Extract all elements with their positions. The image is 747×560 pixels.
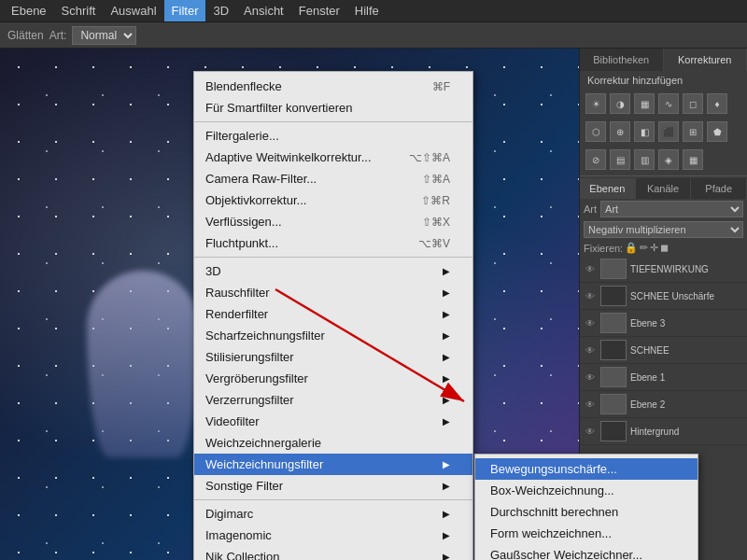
- fixieren-label: Fixieren:: [584, 243, 623, 254]
- menu-item-label-5: Objektivkorrektur...: [205, 193, 306, 207]
- channelmix-icon[interactable]: ⊞: [683, 121, 703, 142]
- menu-ansicht[interactable]: Ansicht: [236, 0, 291, 21]
- posterize-icon[interactable]: ▤: [610, 149, 630, 170]
- filter-menu-item-10[interactable]: Renderfilter▶: [194, 303, 472, 325]
- layer-item-1[interactable]: 👁SCHNEE Unschärfe: [580, 283, 747, 310]
- filter-menu-item-12[interactable]: Stilisierungsfilter▶: [194, 346, 472, 368]
- filter-menu-item-2[interactable]: Filtergalerie...: [194, 125, 472, 147]
- layer-item-5[interactable]: 👁Ebene 2: [580, 391, 747, 418]
- layer-thumb-0: [600, 259, 627, 279]
- menu-item-right-13: ▶: [443, 373, 450, 384]
- curves-icon[interactable]: ∿: [658, 93, 679, 114]
- art-label: Art:: [49, 29, 67, 42]
- layer-eye-4[interactable]: 👁: [584, 371, 597, 384]
- filter-menu-item-19[interactable]: Digimarc▶: [194, 503, 472, 525]
- filter-menu-item-9[interactable]: Rauschfilter▶: [194, 282, 472, 303]
- filter-menu-item-16[interactable]: Weichzeichnergalerie: [194, 432, 472, 454]
- tab-ebenen[interactable]: Ebenen: [580, 178, 636, 199]
- layer-eye-6[interactable]: 👁: [584, 425, 597, 438]
- filter-menu-item-1[interactable]: Für Smartfilter konvertieren: [194, 97, 472, 119]
- toolbar: Glätten Art: Normal: [0, 22, 747, 49]
- layer-filter-select[interactable]: Art: [600, 201, 743, 217]
- mode-select[interactable]: Normal: [72, 26, 136, 45]
- invert-icon[interactable]: ⊘: [585, 149, 606, 170]
- gradient-icon[interactable]: ▦: [683, 149, 703, 170]
- selectivecolor-icon[interactable]: ◈: [658, 149, 679, 170]
- photofilter-icon[interactable]: ⬛: [658, 121, 679, 142]
- layer-item-0[interactable]: 👁TIEFENWIRKUNG: [580, 256, 747, 283]
- layer-eye-0[interactable]: 👁: [584, 262, 597, 275]
- glaetten-label: Glätten: [7, 29, 44, 42]
- layer-eye-3[interactable]: 👁: [584, 343, 597, 357]
- menu-filter[interactable]: Filter: [164, 0, 206, 21]
- menu-ebene[interactable]: Ebene: [4, 0, 54, 21]
- layer-item-2[interactable]: 👁Ebene 3: [580, 310, 747, 337]
- menu-item-right-9: ▶: [443, 287, 450, 298]
- weich-submenu-item-0[interactable]: Bewegungsunschärfe...: [475, 458, 698, 480]
- tab-kanaele[interactable]: Kanäle: [636, 178, 692, 199]
- filter-menu-item-11[interactable]: Scharfzeichnungsfilter▶: [194, 325, 472, 346]
- blend-mode-select[interactable]: Negativ multiplizieren: [584, 221, 743, 238]
- filter-menu-item-20[interactable]: Imagenomic▶: [194, 525, 472, 546]
- menu-item-label-14: Verzerrungsfilter: [205, 393, 294, 407]
- layer-eye-1[interactable]: 👁: [584, 289, 597, 302]
- filter-menu-item-4[interactable]: Camera Raw-Filter...⇧⌘A: [194, 168, 472, 189]
- layer-eye-5[interactable]: 👁: [584, 398, 597, 411]
- filter-menu-item-17[interactable]: Weichzeichnungsfilter▶: [194, 454, 472, 475]
- brightness-icon[interactable]: ☀: [585, 93, 606, 114]
- allfix-icon[interactable]: ◼: [660, 242, 669, 254]
- filter-menu-item-15[interactable]: Videofilter▶: [194, 411, 472, 432]
- layer-thumb-6: [600, 421, 627, 441]
- brush-icon[interactable]: ✏: [640, 242, 648, 254]
- menu-schrift[interactable]: Schrift: [54, 0, 104, 21]
- menu-item-label-10: Renderfilter: [205, 307, 268, 321]
- layer-item-3[interactable]: 👁SCHNEE: [580, 337, 747, 364]
- menu-item-right-11: ▶: [443, 330, 450, 341]
- menu-item-label-9: Rauschfilter: [205, 286, 270, 300]
- filter-menu-item-3[interactable]: Adaptive Weitwinkelkorrektur...⌥⇧⌘A: [194, 147, 472, 168]
- filter-menu-item-7[interactable]: Fluchtpunkt...⌥⌘V: [194, 232, 472, 254]
- filter-menu-item-6[interactable]: Verflüssigen...⇧⌘X: [194, 211, 472, 232]
- contrast-icon[interactable]: ◑: [610, 93, 630, 114]
- menu-item-right-6: ⇧⌘X: [422, 216, 450, 229]
- layer-item-4[interactable]: 👁Ebene 1: [580, 364, 747, 391]
- menu-item-right-8: ▶: [443, 266, 450, 276]
- layer-eye-2[interactable]: 👁: [584, 316, 597, 329]
- threshold-icon[interactable]: ▥: [634, 149, 655, 170]
- figure-silhouette: [87, 271, 199, 457]
- layer-item-6[interactable]: 👁Hintergrund: [580, 418, 747, 445]
- colorbalance-icon[interactable]: ⊕: [610, 121, 630, 142]
- blackwhite-icon[interactable]: ◧: [634, 121, 655, 142]
- tab-korrekturen[interactable]: Korrekturen: [664, 49, 748, 71]
- art-filter-label: Art: [584, 203, 597, 215]
- filter-menu-item-8[interactable]: 3D▶: [194, 260, 472, 282]
- vibrance-icon[interactable]: ♦: [707, 93, 727, 114]
- hsl-icon[interactable]: ⬡: [585, 121, 606, 142]
- menu-auswahl[interactable]: Auswahl: [103, 0, 163, 21]
- menu-hilfe[interactable]: Hilfe: [347, 0, 387, 21]
- layer-filter-row: Art Art: [580, 199, 747, 219]
- layer-name-2: Ebene 3: [630, 318, 743, 329]
- exposure-icon[interactable]: ◻: [683, 93, 703, 114]
- menu-separator-1: [194, 121, 472, 122]
- filter-menu-item-14[interactable]: Verzerrungsfilter▶: [194, 389, 472, 411]
- weich-submenu-item-2[interactable]: Durchschnitt berechnen: [475, 501, 698, 523]
- levels-icon[interactable]: ▦: [634, 93, 655, 114]
- weich-submenu-item-4[interactable]: Gaußscher Weichzeichner...: [475, 544, 698, 560]
- menu-separator-18: [194, 499, 472, 500]
- tab-pfade[interactable]: Pfade: [691, 178, 747, 199]
- filter-menu-item-21[interactable]: Nik Collection▶: [194, 546, 472, 560]
- lock-icon[interactable]: 🔒: [625, 242, 638, 254]
- weich-submenu-item-1[interactable]: Box-Weichzeichnung...: [475, 480, 698, 501]
- move-icon[interactable]: ✛: [650, 242, 658, 254]
- filter-menu-item-5[interactable]: Objektivkorrektur...⇧⌘R: [194, 189, 472, 211]
- tab-bibliotheken[interactable]: Bibliotheken: [580, 49, 664, 71]
- menu-fenster[interactable]: Fenster: [291, 0, 347, 21]
- filter-menu-item-0[interactable]: Blendenflecke⌘F: [194, 76, 472, 97]
- filter-menu-item-13[interactable]: Vergröberungsfilter▶: [194, 368, 472, 389]
- weich-submenu-item-3[interactable]: Form weichzeichnen...: [475, 523, 698, 544]
- filter-menu-item-18[interactable]: Sonstige Filter▶: [194, 475, 472, 497]
- colortheme-icon[interactable]: ⬟: [707, 121, 727, 142]
- menu-3d[interactable]: 3D: [205, 0, 236, 21]
- menu-item-label-7: Fluchtpunkt...: [205, 236, 278, 250]
